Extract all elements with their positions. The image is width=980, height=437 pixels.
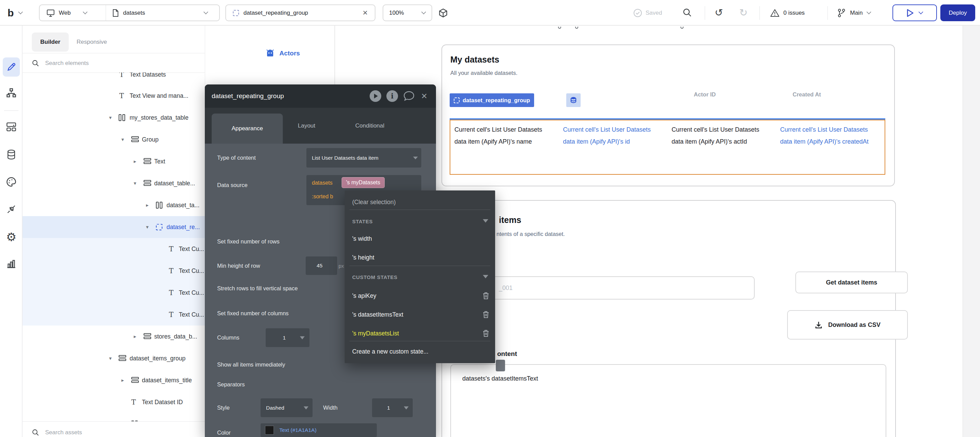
tree-item[interactable]: ▾ dataset_items_group [22, 347, 205, 369]
chevron-right-icon[interactable]: ▸ [146, 202, 149, 208]
tree-item[interactable]: ▸ dataset_items_title [22, 369, 205, 391]
issues-indicator[interactable]: 0 issues [770, 0, 805, 25]
chevron-right-icon[interactable]: ▸ [134, 158, 137, 164]
trash-icon[interactable] [482, 329, 490, 337]
menu-item-clear[interactable]: (Clear selection) [352, 199, 396, 206]
pencil-icon[interactable] [6, 62, 16, 72]
chevron-down-icon[interactable]: ▾ [121, 137, 124, 143]
close-icon[interactable]: ✕ [363, 9, 368, 17]
close-icon[interactable]: ✕ [421, 92, 428, 101]
tree-item[interactable]: ▸ dataset_ta... [22, 194, 205, 216]
field-label: Data source [217, 182, 248, 188]
tree-item[interactable]: T Text Cu... [22, 260, 205, 282]
text-element-icon: T [131, 399, 136, 405]
asset-search[interactable] [32, 425, 158, 437]
search-assets-input[interactable] [45, 429, 158, 436]
data-source-badge[interactable] [566, 93, 581, 107]
download-csv-button[interactable]: Download as CSV [787, 310, 908, 340]
trash-icon[interactable] [482, 292, 490, 300]
tree-item[interactable]: ▾ Group [22, 129, 205, 151]
gear-icon[interactable]: ⚙ [6, 230, 16, 244]
chart-icon[interactable] [6, 259, 16, 269]
element-search[interactable] [32, 56, 158, 71]
dataset-content-box[interactable]: datasets's datasetItemsText [450, 364, 886, 437]
sitemap-icon[interactable] [6, 88, 16, 98]
palette-icon[interactable] [6, 177, 16, 187]
tree-item[interactable]: ▸ Text [22, 151, 205, 172]
menu-item-highlighted[interactable]: 's myDatasetsList [352, 330, 399, 337]
tree-item[interactable]: T Text Cu... [22, 304, 205, 326]
chevron-down-icon[interactable]: ▾ [146, 224, 149, 230]
chevron-down-icon[interactable]: ▾ [109, 355, 112, 361]
undo-icon[interactable]: ↺ [715, 7, 723, 19]
info-icon[interactable]: i [387, 90, 398, 102]
separator-style-select[interactable]: Dashed [261, 398, 313, 417]
database-icon[interactable] [6, 149, 16, 160]
dataset-id-input[interactable]: _001 [450, 276, 755, 300]
type-of-content-select[interactable]: List User Datasets data item [306, 148, 421, 168]
chevron-right-icon[interactable]: ▸ [121, 377, 124, 383]
inspector-titlebar[interactable]: dataset_repeating_group i ✕ [205, 84, 436, 108]
text-element-icon: T [169, 289, 173, 296]
play-icon[interactable] [370, 90, 381, 102]
tree-item[interactable]: T Text Cu... [22, 282, 205, 304]
branch-selector[interactable]: Main [837, 0, 871, 25]
tree-item[interactable]: T Text Cu... [22, 238, 205, 260]
tab-appearance[interactable]: Appearance [212, 113, 283, 144]
selected-element-badge[interactable]: dataset_repeating_group [450, 93, 534, 107]
tree-item[interactable]: ▾ dataset_table... [22, 172, 205, 194]
tab-layout[interactable]: Layout [298, 108, 315, 144]
selected-element-name: dataset_repeating_group [463, 97, 530, 103]
tree-item[interactable]: T Text View and mana... [22, 85, 205, 107]
menu-item[interactable]: 's apiKey [352, 292, 376, 300]
chevron-down-icon[interactable]: ▾ [109, 114, 112, 121]
package-icon[interactable] [438, 8, 448, 18]
page-label: datasets [123, 10, 145, 16]
tree-item[interactable]: T Text Datasets [22, 73, 205, 86]
columns-select[interactable]: 1 [266, 328, 309, 347]
platform-selector[interactable]: Web [46, 5, 87, 21]
element-tab[interactable]: dataset_repeating_group ✕ [225, 5, 375, 21]
tree-item[interactable]: ▾ my_stores_data_table [22, 107, 205, 129]
tree-item-selected[interactable]: ▾ dataset_re... [22, 216, 205, 238]
table-cell[interactable]: Current cell's List User Datasets data i… [450, 120, 559, 174]
plug-icon[interactable] [6, 205, 16, 214]
table-cell[interactable]: Current cell's List User Datasets data i… [667, 120, 776, 174]
tab-responsive[interactable]: Responsive [76, 32, 107, 52]
scrollbar-thumb[interactable] [496, 360, 505, 371]
chevron-right-icon[interactable]: ▸ [134, 334, 137, 340]
chevron-down-icon[interactable]: ▾ [134, 180, 137, 186]
trash-icon[interactable] [482, 310, 490, 319]
search-icon[interactable] [682, 8, 692, 17]
expression-token-selected[interactable]: 's myDatasets [342, 177, 385, 188]
components-icon[interactable] [6, 122, 16, 132]
deploy-button[interactable]: Deploy [940, 5, 975, 21]
preview-button[interactable] [892, 5, 937, 21]
menu-item[interactable]: 's width [352, 235, 372, 242]
comment-icon[interactable] [403, 91, 415, 102]
tree-item[interactable]: ▸ stores_data_b... [22, 326, 205, 347]
search-elements-input[interactable] [45, 60, 158, 67]
app-logo[interactable]: b [8, 0, 22, 25]
menu-section-header[interactable]: CUSTOM STATES [352, 274, 397, 280]
tree-item[interactable]: T Text Dataset ID [22, 391, 205, 413]
separator-color-picker[interactable]: Text (#1A1A1A) [261, 423, 377, 437]
get-dataset-items-button[interactable]: Get dataset items [795, 272, 908, 293]
menu-item[interactable]: 's datasetItemsText [352, 311, 403, 318]
nav-item-actors[interactable]: Actors [266, 49, 300, 57]
min-height-input[interactable]: 45 [306, 256, 337, 275]
separator-width-select[interactable]: 1 [372, 398, 413, 417]
color-value-link[interactable]: Text (#1A1A1A) [279, 427, 317, 433]
tab-builder[interactable]: Builder [32, 32, 69, 52]
menu-item[interactable]: 's height [352, 254, 374, 261]
redo-icon[interactable]: ↻ [739, 7, 748, 19]
menu-item-create-state[interactable]: Create a new custom state... [352, 348, 428, 355]
zoom-selector[interactable]: 100% [383, 5, 432, 21]
tab-conditional[interactable]: Conditional [355, 108, 384, 144]
table-cell[interactable]: Current cell's List User Datasets data i… [776, 120, 885, 174]
repeating-group-element[interactable]: Current cell's List User Datasets data i… [450, 120, 885, 175]
page-selector[interactable]: datasets [112, 5, 208, 21]
menu-section-header[interactable]: STATES [352, 218, 373, 224]
table-cell[interactable]: Current cell's List User Datasets data i… [559, 120, 668, 174]
tree-item[interactable]: ▸ dataset_items_in... [22, 413, 205, 421]
